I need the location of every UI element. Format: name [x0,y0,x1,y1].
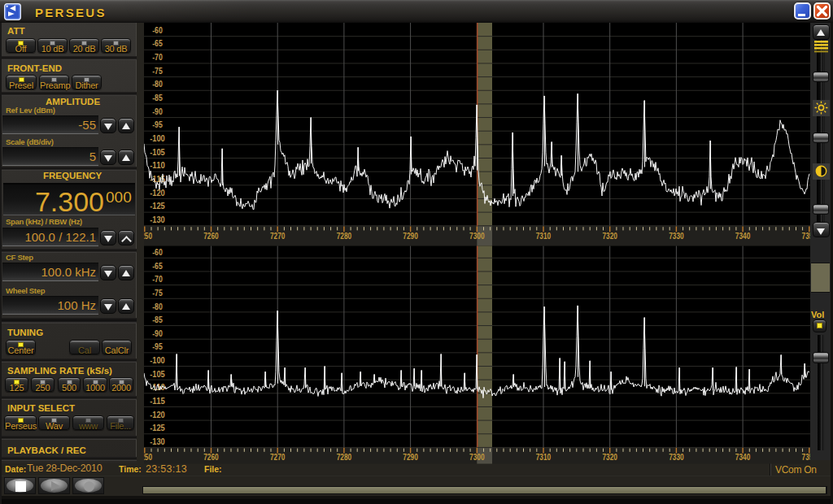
svg-text:-80: -80 [152,79,163,89]
svg-text:7340: 7340 [735,231,751,241]
svg-text:7310: 7310 [536,231,552,241]
svg-text:-85: -85 [152,315,163,324]
svg-text:7320: 7320 [602,231,617,241]
svg-text:-70: -70 [152,274,163,284]
svg-text:-105: -105 [150,368,165,378]
svg-text:7350: 7350 [802,451,810,461]
svg-text:7280: 7280 [337,451,352,461]
svg-text:-100: -100 [150,133,165,143]
svg-text:-65: -65 [152,38,163,48]
svg-text:-105: -105 [150,146,165,156]
svg-text:-130: -130 [150,214,165,224]
svg-text:7330: 7330 [669,451,684,461]
svg-text:-90: -90 [152,106,163,115]
svg-text:-60: -60 [152,24,163,34]
svg-text:-85: -85 [152,93,163,102]
svg-text:7350: 7350 [802,231,810,241]
svg-text:-130: -130 [150,437,165,446]
svg-text:-120: -120 [150,187,165,197]
svg-text:-95: -95 [152,341,163,351]
svg-text:-125: -125 [150,423,165,432]
svg-text:-110: -110 [150,160,165,170]
svg-text:-100: -100 [150,355,165,365]
svg-text:7260: 7260 [203,231,219,241]
svg-text:-60: -60 [152,246,163,256]
svg-text:7260: 7260 [203,451,219,461]
svg-text:7290: 7290 [403,451,418,461]
svg-text:-70: -70 [152,52,163,62]
svg-text:7250: 7250 [144,231,152,241]
svg-text:7290: 7290 [403,231,418,241]
svg-text:7320: 7320 [602,451,617,461]
svg-text:7250: 7250 [144,451,152,461]
svg-text:7280: 7280 [337,231,352,241]
svg-text:-75: -75 [152,65,163,75]
svg-text:-65: -65 [152,260,163,270]
svg-text:7270: 7270 [270,451,286,461]
svg-text:7300: 7300 [469,231,485,241]
svg-text:-110: -110 [150,382,165,392]
svg-text:-125: -125 [150,201,165,211]
svg-text:-75: -75 [152,287,163,297]
svg-text:7300: 7300 [469,451,485,461]
svg-text:-120: -120 [150,409,165,419]
svg-text:7310: 7310 [536,451,552,461]
svg-text:-80: -80 [152,301,163,311]
svg-text:-90: -90 [152,328,163,337]
svg-text:7340: 7340 [735,451,751,461]
svg-text:-115: -115 [150,396,165,406]
svg-text:-95: -95 [152,119,163,129]
svg-text:7330: 7330 [669,231,684,241]
svg-text:7270: 7270 [270,231,286,241]
